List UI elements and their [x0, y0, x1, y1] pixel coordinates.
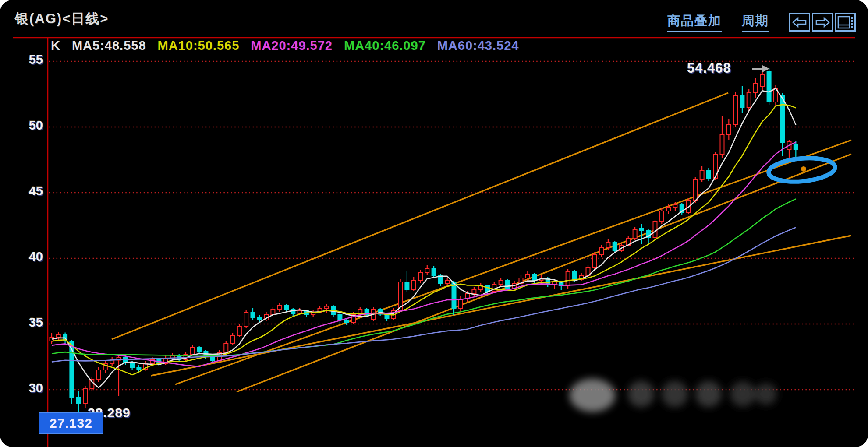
legend-ma-item-4: MA60:43.524	[437, 39, 519, 53]
trendlines[interactable]	[112, 93, 851, 392]
screenshot-page: 银(AG)<日线> 商品叠加 周期	[0, 0, 868, 447]
candlestick-chart-canvas[interactable]	[0, 0, 868, 447]
axis-frame	[13, 38, 855, 447]
next-page-icon[interactable]	[812, 13, 833, 32]
high-marker-arrow	[752, 65, 769, 72]
trendline-cross-dot	[801, 166, 806, 172]
high-price-annotation: 54.468	[687, 60, 731, 76]
y-tick-label-45: 45	[11, 184, 43, 198]
y-tick-label-40: 40	[11, 250, 43, 264]
candles-layer[interactable]	[50, 68, 798, 412]
legend-ma-item-2: MA20:49.572	[251, 39, 333, 53]
ma-line-MA20	[52, 142, 796, 366]
instrument-title: 银(AG)<日线>	[15, 10, 109, 28]
legend-k-label: K	[51, 39, 60, 53]
layout-icon[interactable]	[835, 13, 856, 32]
commodity-overlay-link[interactable]: 商品叠加	[667, 12, 722, 32]
chart-app-window: 银(AG)<日线> 商品叠加 周期	[0, 0, 868, 447]
ma-lines-layer	[52, 88, 796, 388]
legend-ma-item-3: MA40:46.097	[344, 39, 426, 53]
axis-min-value-box: 27.132	[39, 412, 103, 434]
ma-line-MA5	[52, 88, 796, 388]
legend-ma-item-1: MA10:50.565	[158, 39, 240, 53]
prev-page-icon[interactable]	[789, 13, 810, 32]
y-tick-label-35: 35	[11, 315, 43, 330]
y-tick-label-50: 50	[11, 118, 43, 133]
legend-ma-item-0: MA5:48.558	[72, 39, 146, 53]
watermark-blur	[570, 379, 777, 412]
ma-legend-row: KMA5:48.558MA10:50.565MA20:49.572MA40:46…	[51, 39, 519, 53]
y-tick-label-30: 30	[11, 381, 43, 395]
toolbar-icon-group	[789, 13, 856, 32]
top-toolbar: 商品叠加 周期	[667, 12, 856, 32]
y-tick-label-55: 55	[11, 53, 43, 67]
period-link[interactable]: 周期	[742, 12, 769, 32]
